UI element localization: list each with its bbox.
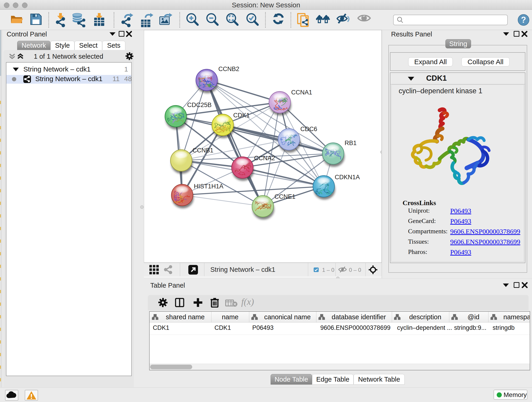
svg-text:CCNA2: CCNA2	[254, 155, 275, 162]
svg-text:HIST1H1A: HIST1H1A	[194, 183, 223, 190]
svg-text:CDK1: CDK1	[233, 112, 250, 119]
svg-text:RB1: RB1	[345, 140, 357, 147]
svg-text:CDKN1A: CDKN1A	[335, 174, 360, 181]
svg-text:CDC6: CDC6	[300, 126, 317, 133]
svg-text:CCNB2: CCNB2	[218, 65, 239, 72]
svg-text:CCNB1: CCNB1	[192, 147, 214, 154]
svg-text:CCNE1: CCNE1	[274, 193, 296, 200]
svg-text:CCNA1: CCNA1	[291, 89, 312, 96]
svg-text:CDC25B: CDC25B	[187, 102, 212, 108]
